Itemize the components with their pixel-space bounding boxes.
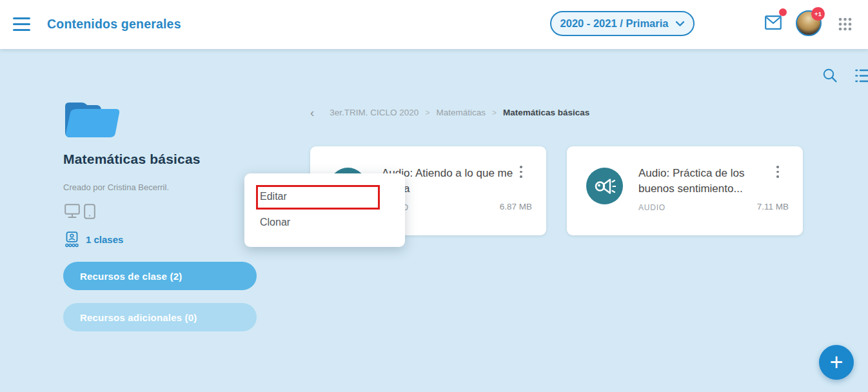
- kebab-menu-icon[interactable]: [520, 166, 522, 181]
- breadcrumb-separator: >: [492, 108, 497, 117]
- breadcrumb-back-icon[interactable]: ‹: [310, 108, 314, 117]
- kebab-menu-icon[interactable]: [776, 166, 779, 181]
- resource-card[interactable]: Audio: Práctica de los buenos sentimient…: [567, 146, 803, 235]
- menu-item-clonar[interactable]: Clonar: [244, 210, 405, 235]
- desktop-icon: [64, 204, 80, 219]
- resource-title: Audio: Práctica de los buenos sentimient…: [638, 166, 773, 197]
- classes-count-label: 1 clases: [86, 234, 123, 245]
- resource-size-label: 6.87 MB: [500, 202, 532, 211]
- list-view-icon[interactable]: [855, 69, 868, 83]
- device-compatibility-icons: [64, 204, 95, 219]
- created-by-text: Creado por Cristina Becerril.: [63, 182, 169, 192]
- search-icon[interactable]: [822, 68, 838, 83]
- add-resource-fab[interactable]: +: [819, 345, 854, 380]
- breadcrumb-separator: >: [425, 108, 429, 117]
- period-selector-label: 2020 - 2021 / Primaria: [560, 17, 669, 30]
- tablet-icon: [84, 204, 95, 219]
- mail-button[interactable]: [765, 15, 784, 35]
- breadcrumb-item[interactable]: 3er.TRIM. CICLO 2020: [330, 108, 419, 117]
- audio-speaker-icon: [594, 176, 616, 197]
- folder-icon: [61, 97, 123, 141]
- app-grid-icon[interactable]: [838, 17, 853, 32]
- classes-icon: [65, 231, 79, 248]
- top-header: Contenidos generales 2020 - 2021 / Prima…: [0, 0, 868, 49]
- avatar-notification-badge: +1: [811, 7, 825, 21]
- breadcrumb-item[interactable]: Matemáticas: [436, 108, 486, 117]
- mail-icon: [765, 15, 782, 30]
- notification-dot: [779, 8, 787, 16]
- page-title: Contenidos generales: [47, 17, 181, 32]
- classes-link[interactable]: 1 clases: [65, 231, 123, 248]
- avatar[interactable]: +1: [796, 10, 822, 36]
- folder-title: Matemáticas básicas: [63, 152, 201, 167]
- breadcrumb: ‹ 3er.TRIM. CICLO 2020 > Matemáticas > M…: [310, 108, 589, 117]
- breadcrumb-item-current: Matemáticas básicas: [503, 108, 589, 117]
- chevron-down-icon: [676, 21, 684, 26]
- class-resources-button[interactable]: Recursos de clase (2): [63, 262, 257, 290]
- menu-item-editar[interactable]: Editar: [244, 184, 405, 210]
- additional-resources-button[interactable]: Recursos adicionales (0): [63, 303, 257, 331]
- resource-type-label: AUDIO: [638, 203, 666, 212]
- audio-type-icon: [586, 168, 623, 204]
- period-selector-dropdown[interactable]: 2020 - 2021 / Primaria: [550, 11, 695, 36]
- resource-size-label: 7.11 MB: [757, 202, 789, 211]
- hamburger-menu-icon[interactable]: [13, 17, 30, 31]
- context-menu: Editar Clonar: [244, 173, 405, 247]
